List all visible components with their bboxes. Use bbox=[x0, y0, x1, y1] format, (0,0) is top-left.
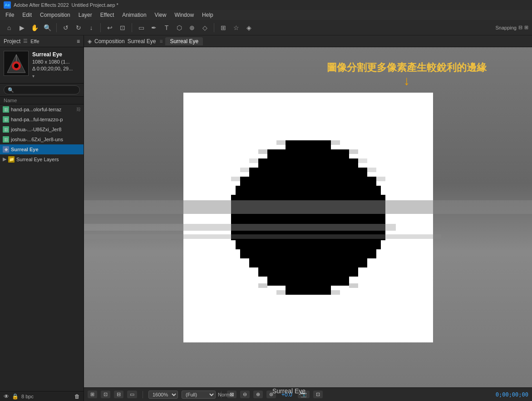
menu-window[interactable]: Window bbox=[171, 11, 197, 19]
svg-rect-30 bbox=[376, 177, 385, 181]
file-item-5[interactable]: ◈ Surreal Eye bbox=[0, 144, 84, 154]
rect-tool[interactable]: ▭ bbox=[136, 22, 147, 33]
pixelated-circle-svg bbox=[231, 140, 385, 295]
fit-comp-btn[interactable]: ⊠ bbox=[227, 391, 236, 398]
plus-zero-display: +0.0 bbox=[281, 391, 292, 398]
tool-separator-2 bbox=[100, 23, 101, 32]
zoom-out-btn[interactable]: ⊖ bbox=[240, 391, 250, 398]
select-tool[interactable]: ▶ bbox=[16, 22, 27, 33]
svg-rect-12 bbox=[231, 213, 385, 222]
vc-sep-2 bbox=[221, 391, 222, 398]
stamp-tool[interactable]: ⊕ bbox=[187, 22, 197, 33]
zoom-region-btn[interactable]: ⊟ bbox=[114, 391, 123, 398]
svg-point-2 bbox=[14, 64, 19, 68]
comp-menu-icon[interactable]: ≡ bbox=[159, 38, 163, 45]
file-name-1: hand-pa...olorful-terraz bbox=[11, 107, 61, 112]
thumbnail-image bbox=[4, 51, 29, 76]
folder-item-6[interactable]: ▶ 📁 Surreal Eye Layers bbox=[0, 154, 84, 164]
svg-rect-32 bbox=[331, 290, 340, 295]
effects-tab-label[interactable]: Effe bbox=[30, 39, 39, 44]
svg-rect-17 bbox=[249, 258, 367, 267]
menu-layer[interactable]: Layer bbox=[75, 11, 96, 19]
svg-rect-21 bbox=[276, 140, 286, 145]
composition-label: Composition bbox=[94, 38, 125, 45]
menu-view[interactable]: View bbox=[151, 11, 170, 19]
zoom-in-btn[interactable]: ⊕ bbox=[253, 391, 263, 398]
viewer-controls-bar: ⊞ ⊡ ⊟ ▭ 1600% 800% 400% 100% (Full) (Hal… bbox=[84, 387, 532, 401]
thumbnail-duration: Δ 0:00;20;00, 29... bbox=[32, 65, 73, 72]
footer-trash-icon[interactable]: 🗑 bbox=[74, 393, 80, 400]
thumbnail-details: 1080 x 1080 (1... bbox=[32, 59, 73, 65]
file-item-2[interactable]: ▥ hand-pa...ful-terrazzo-p bbox=[0, 114, 84, 124]
snapping-area: Snapping ⊟ ⊞ bbox=[496, 25, 529, 30]
zoom-select[interactable]: 1600% 800% 400% 100% bbox=[148, 391, 178, 399]
svg-rect-25 bbox=[249, 158, 258, 163]
folder-expand-icon[interactable]: ▶ bbox=[3, 156, 6, 162]
svg-rect-4 bbox=[286, 140, 331, 149]
eraser-tool[interactable]: ◇ bbox=[199, 22, 210, 33]
home-tool[interactable]: ⌂ bbox=[4, 22, 15, 33]
menu-effect[interactable]: Effect bbox=[97, 11, 118, 19]
brush-tool[interactable]: ⬡ bbox=[174, 22, 185, 33]
svg-rect-28 bbox=[367, 168, 376, 172]
zoom-tool[interactable]: 🔍 bbox=[42, 22, 53, 33]
project-search-input[interactable] bbox=[4, 85, 80, 94]
left-panel: Project ☰ Effe ≡ Surreal Eye 1080 x 1080… bbox=[0, 35, 84, 401]
fit-view-btn[interactable]: ⊡ bbox=[101, 391, 110, 398]
panel-separator: ☰ bbox=[23, 38, 28, 44]
arrow-down-tool[interactable]: ↓ bbox=[86, 22, 97, 33]
pen-tool[interactable]: ✒ bbox=[148, 22, 159, 33]
pin-tool[interactable]: ◈ bbox=[243, 22, 254, 33]
redo-tool[interactable]: ⊡ bbox=[117, 22, 128, 33]
safe-margins-btn[interactable]: ▭ bbox=[127, 391, 137, 398]
text-tool[interactable]: T bbox=[161, 22, 172, 33]
menu-composition[interactable]: Composition bbox=[36, 11, 74, 19]
main-layout: Project ☰ Effe ≡ Surreal Eye 1080 x 1080… bbox=[0, 35, 532, 401]
quality-select[interactable]: (Full) (Half) (Quarter) bbox=[182, 391, 216, 399]
footer-icon-lock: 🔒 bbox=[12, 393, 19, 400]
rotate-tool[interactable]: ↺ bbox=[60, 22, 71, 33]
tool-separator-4 bbox=[214, 23, 214, 32]
footer-icon-eye: 👁 bbox=[4, 393, 9, 400]
grid-view-btn[interactable]: ⊞ bbox=[88, 391, 97, 398]
thumbnail-title: Surreal Eye bbox=[32, 51, 73, 59]
hand-tool[interactable]: ✋ bbox=[29, 22, 40, 33]
rotate2-tool[interactable]: ↻ bbox=[73, 22, 84, 33]
comp-icon: ◈ bbox=[88, 38, 92, 45]
file-item-3[interactable]: ▥ joshua-...-U86Zxi_Jer8 bbox=[0, 124, 84, 134]
app-name: Adobe After Effects 2022 bbox=[14, 2, 69, 8]
file-link-icon-1: ⛓ bbox=[76, 107, 81, 112]
comp-icon-5: ◈ bbox=[3, 146, 9, 153]
snapping-icon: ⊟ bbox=[518, 25, 522, 30]
footage-icon-3: ▥ bbox=[3, 126, 9, 133]
color-balance-btn[interactable]: ⊛ bbox=[266, 391, 276, 398]
snapshot-btn[interactable]: 📷 bbox=[298, 391, 310, 398]
file-item-4[interactable]: ▥ joshua-...6Zxi_Jer8-uns bbox=[0, 134, 84, 144]
project-search-area bbox=[0, 84, 84, 97]
comp-tab[interactable]: Surreal Eye bbox=[165, 37, 203, 45]
svg-rect-14 bbox=[231, 231, 385, 240]
file-name-3: joshua-...-U86Zxi_Jer8 bbox=[11, 127, 61, 132]
magnet-icon: ⊞ bbox=[524, 25, 528, 30]
dropdown-arrow[interactable]: ▾ bbox=[32, 74, 34, 79]
svg-rect-22 bbox=[331, 140, 340, 145]
file-name-2: hand-pa...ful-terrazzo-p bbox=[11, 117, 63, 122]
show-snapshot-btn[interactable]: ⊡ bbox=[313, 391, 323, 398]
menu-help[interactable]: Help bbox=[198, 11, 217, 19]
puppet-tool[interactable]: ⊞ bbox=[218, 22, 229, 33]
panel-menu-icon[interactable]: ≡ bbox=[77, 38, 80, 45]
menu-file[interactable]: File bbox=[2, 11, 18, 19]
name-column-header: Name bbox=[4, 98, 17, 103]
menu-animation[interactable]: Animation bbox=[118, 11, 150, 19]
svg-rect-8 bbox=[240, 177, 376, 186]
undo-tool[interactable]: ↩ bbox=[104, 22, 115, 33]
menu-edit[interactable]: Edit bbox=[19, 11, 35, 19]
cam-tool[interactable]: ☆ bbox=[231, 22, 241, 33]
file-list: Name ▥ hand-pa...olorful-terraz ⛓ ▥ hand… bbox=[0, 97, 84, 391]
svg-rect-19 bbox=[267, 277, 349, 286]
file-item-1[interactable]: ▥ hand-pa...olorful-terraz ⛓ bbox=[0, 104, 84, 114]
project-thumbnail-area: Surreal Eye 1080 x 1080 (1... Δ 0:00;20;… bbox=[0, 47, 84, 84]
svg-rect-33 bbox=[258, 283, 267, 288]
project-tab-label[interactable]: Project bbox=[4, 38, 20, 45]
folder-icon-6: 📁 bbox=[8, 156, 15, 163]
